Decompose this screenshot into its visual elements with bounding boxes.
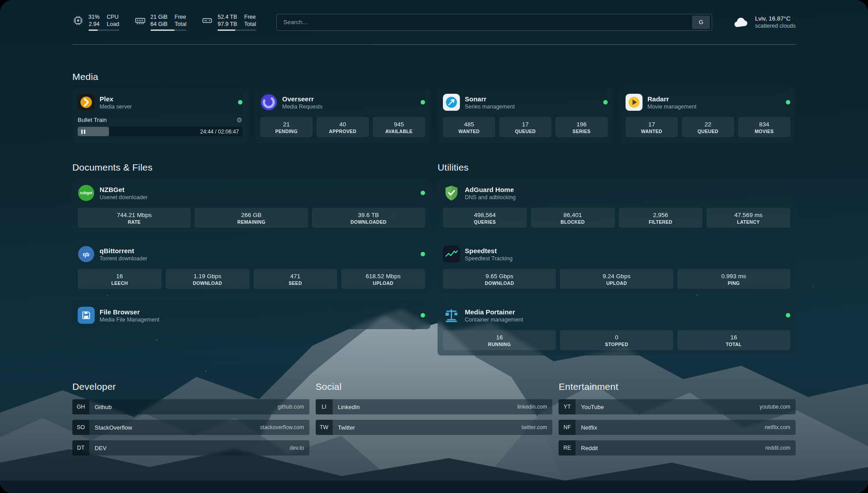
- stat-upload: 618.52 Mbps UPLOAD: [341, 269, 425, 289]
- weather-widget: Lviv, 16.87°C scattered clouds: [733, 15, 796, 29]
- portainer-icon: [443, 307, 460, 324]
- memory-free-label: Free: [175, 13, 186, 21]
- bookmark-twitter[interactable]: TW Twitter twitter.com: [316, 420, 553, 435]
- stat-filtered: 2,956 FILTERED: [619, 208, 703, 228]
- section-title-entertainment: Entertainment: [559, 381, 796, 392]
- stat-running: 16 RUNNING: [443, 330, 556, 350]
- portainer-card[interactable]: Media Portainer Container management 16 …: [438, 301, 796, 355]
- section-title-media: Media: [72, 71, 796, 82]
- status-dot: [238, 100, 242, 104]
- cpu-usage-label: CPU: [107, 13, 119, 21]
- gear-icon[interactable]: ⚙: [237, 117, 242, 123]
- stat-queries: 498,564 QUERIES: [443, 208, 527, 228]
- memory-icon: [134, 15, 146, 26]
- weather-location: Lviv, 16.87°C: [755, 15, 796, 22]
- bookmark-reddit[interactable]: RE Reddit reddit.com: [559, 440, 796, 455]
- linkedin-abbr-icon: LI: [316, 399, 333, 414]
- resource-monitors: 31% CPU 2.94 Load: [72, 13, 256, 31]
- search-bar: G: [276, 14, 712, 31]
- service-name: Plex: [100, 95, 132, 103]
- service-desc: Media File Management: [100, 316, 159, 323]
- cpu-progress-track: [88, 29, 119, 31]
- qbittorrent-card[interactable]: qb qBittorrent Torrent downloader 16: [72, 240, 430, 294]
- memory-progress-track: [150, 29, 187, 31]
- memory-widget: 21 GiB Free 64 GiB Total: [134, 13, 187, 31]
- plex-icon: [78, 94, 95, 111]
- playback-progress-fill: [78, 127, 109, 136]
- pause-icon: [81, 130, 83, 134]
- service-name: Media Portainer: [465, 308, 523, 316]
- stat-seed: 471 SEED: [254, 269, 338, 289]
- sonarr-icon: [443, 94, 460, 111]
- status-dot: [421, 252, 425, 256]
- disk-free-label: Free: [244, 13, 256, 21]
- filebrowser-icon: [78, 307, 95, 324]
- service-desc: Speedtest Tracking: [465, 255, 513, 262]
- overseerr-card[interactable]: Overseerr Media Requests 21 PENDING 40 A…: [255, 88, 430, 142]
- stat-downloaded: 39.6 TB DOWNLOADED: [312, 208, 425, 228]
- service-name: Radarr: [647, 95, 697, 103]
- search-provider-button[interactable]: G: [692, 16, 710, 29]
- stat-upload: 9.24 Gbps UPLOAD: [560, 269, 673, 289]
- plex-card[interactable]: Plex Media server Bullet Train ⚙ 24:44 /…: [72, 88, 248, 142]
- entertainment-column: Entertainment YT YouTube youtube.com NF …: [559, 381, 796, 461]
- cpu-progress-fill: [88, 29, 98, 31]
- service-desc: Media server: [100, 103, 132, 110]
- stat-total: 16 TOTAL: [677, 330, 790, 350]
- bookmark-dev[interactable]: DT DEV dev.to: [72, 440, 309, 455]
- search-input[interactable]: [277, 19, 692, 25]
- top-bar: 31% CPU 2.94 Load: [72, 0, 796, 31]
- bookmark-github[interactable]: GH Github github.com: [72, 399, 309, 414]
- stat-wanted: 485 WANTED: [443, 117, 495, 137]
- stat-leech: 16 LEECH: [78, 269, 162, 289]
- radarr-card[interactable]: Radarr Movie management 17 WANTED 22 QUE…: [620, 88, 796, 142]
- stat-queued: 22 QUEUED: [682, 117, 734, 137]
- media-grid: Plex Media server Bullet Train ⚙ 24:44 /…: [72, 88, 796, 142]
- documents-column: Documents & Files nzbget NZBGet Usenet d…: [72, 162, 430, 329]
- cpu-load-label: Load: [107, 21, 119, 28]
- filebrowser-card[interactable]: File Browser Media File Management: [72, 301, 430, 329]
- stat-rate: 744.21 Mbps RATE: [78, 208, 191, 228]
- speedtest-card[interactable]: Speedtest Speedtest Tracking 9.65 Gbps D…: [438, 240, 796, 294]
- service-desc: Torrent downloader: [100, 255, 147, 262]
- nzbget-card[interactable]: nzbget NZBGet Usenet downloader 744.21 M…: [72, 179, 430, 233]
- weather-condition: scattered clouds: [755, 22, 796, 29]
- status-dot: [786, 313, 790, 318]
- now-playing-title: Bullet Train: [78, 117, 107, 123]
- disk-progress-track: [217, 29, 256, 31]
- service-name: NZBGet: [100, 185, 148, 194]
- bookmark-linkedin[interactable]: LI LinkedIn linkedin.com: [316, 399, 553, 414]
- memory-progress-fill: [150, 29, 175, 31]
- disk-progress-fill: [217, 29, 235, 31]
- utilities-column: Utilities AdGuard Home DNS and adblockin…: [438, 162, 796, 355]
- bookmark-youtube[interactable]: YT YouTube youtube.com: [559, 399, 796, 414]
- bookmark-netflix[interactable]: NF Netflix netflix.com: [559, 420, 796, 435]
- stat-available: 945 AVAILABLE: [373, 117, 425, 137]
- youtube-abbr-icon: YT: [559, 399, 576, 414]
- service-name: Sonarr: [465, 95, 515, 103]
- social-column: Social LI LinkedIn linkedin.com TW Twitt…: [316, 381, 553, 440]
- service-name: Overseerr: [282, 95, 322, 103]
- netflix-abbr-icon: NF: [559, 420, 576, 435]
- playback-progress-bar: 24:44 / 02:06:47: [78, 127, 242, 136]
- bookmark-stackoverflow[interactable]: SO StackOverflow stackoverflow.com: [72, 420, 309, 435]
- disk-total-value: 97.9 TB: [217, 21, 237, 28]
- service-name: qBittorrent: [100, 246, 147, 255]
- cpu-icon: [72, 15, 84, 26]
- sonarr-card[interactable]: Sonarr Series management 485 WANTED 17 Q…: [438, 88, 613, 142]
- section-title-documents: Documents & Files: [72, 162, 430, 173]
- stackoverflow-abbr-icon: SO: [72, 420, 89, 435]
- service-desc: Media Requests: [282, 103, 322, 110]
- adguard-card[interactable]: AdGuard Home DNS and adblocking 498,564 …: [438, 179, 796, 233]
- stat-remaining: 266 GB REMAINING: [195, 208, 308, 228]
- service-name: AdGuard Home: [465, 185, 516, 194]
- service-desc: Usenet downloader: [100, 194, 148, 201]
- service-name: Speedtest: [465, 246, 513, 255]
- stat-download: 9.65 Gbps DOWNLOAD: [443, 269, 556, 289]
- status-dot: [786, 100, 790, 104]
- stat-pending: 21 PENDING: [260, 117, 313, 137]
- stat-download: 1.19 Gbps DOWNLOAD: [166, 269, 250, 289]
- section-title-social: Social: [316, 381, 553, 392]
- stat-queued: 17 QUEUED: [499, 117, 551, 137]
- memory-total-label: Total: [175, 21, 186, 28]
